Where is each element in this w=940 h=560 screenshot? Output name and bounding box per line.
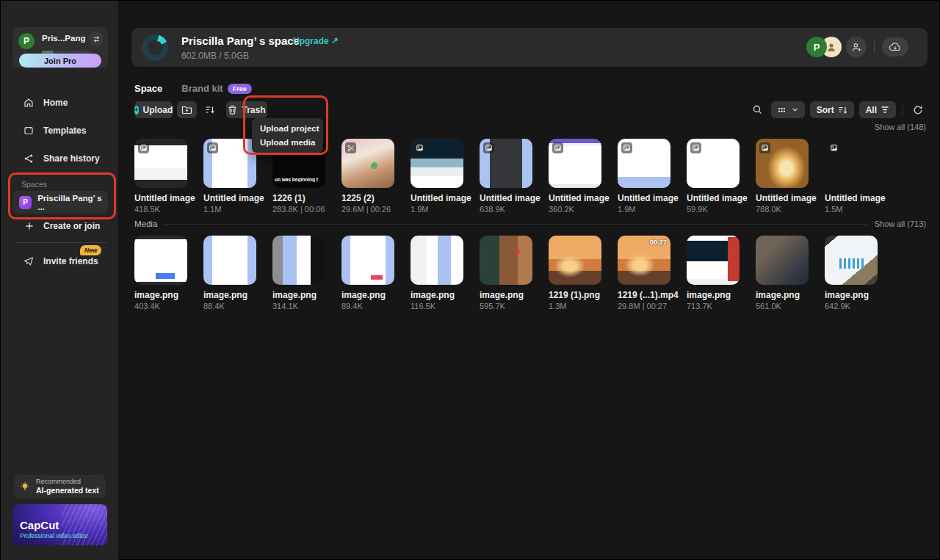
media-name: Untitled image <box>618 193 670 203</box>
media-item[interactable]: image.png 89.4K <box>341 236 394 310</box>
media-thumbnail[interactable] <box>825 236 878 285</box>
media-thumbnail[interactable] <box>549 139 601 188</box>
media-thumbnail[interactable] <box>480 236 532 285</box>
sidebar-item-home[interactable]: Home <box>1 92 119 113</box>
filter-icon <box>881 106 889 114</box>
media-thumbnail[interactable] <box>687 236 740 285</box>
media-item[interactable]: Untitled image 788.0K <box>756 139 809 214</box>
media-item[interactable]: image.png 642.9K <box>825 236 878 310</box>
menu-item-upload-project[interactable]: Upload project <box>252 121 323 135</box>
capcut-banner[interactable]: CapCut Professional video editor <box>12 504 107 545</box>
trash-button[interactable]: Trash <box>226 101 267 118</box>
search-icon[interactable] <box>749 101 766 118</box>
sort-button[interactable]: Sort <box>810 101 854 118</box>
media-item[interactable]: image.png 561.0K <box>756 236 809 310</box>
tab-brand-kit[interactable]: Brand kit Free <box>181 83 251 94</box>
avatar: P <box>18 33 35 49</box>
media-item[interactable]: Untitled image 1.9M <box>618 139 670 214</box>
sidebar-item-space-priscilla[interactable]: P Priscilla Pang’ s ... <box>12 191 108 214</box>
media-item[interactable]: 00:27 1219 (...1).mp4 29.8M | 00:27 <box>618 236 670 310</box>
media-thumbnail[interactable] <box>618 139 670 188</box>
media-size: 29.6M | 00:26 <box>341 205 394 214</box>
menu-item-upload-media[interactable]: Upload media <box>252 135 323 149</box>
media-item[interactable]: Untitled image 59.9K <box>687 139 740 214</box>
sidebar-item-create-or-join[interactable]: Create or join <box>1 216 119 236</box>
join-pro-button[interactable]: Join Pro <box>19 54 101 68</box>
sidebar-item-templates[interactable]: Templates <box>1 120 119 141</box>
media-size: 561.0K <box>756 302 809 310</box>
media-name: image.png <box>480 290 532 300</box>
cloud-sync-icon[interactable] <box>882 37 908 57</box>
media-size: 403.4K <box>134 302 187 310</box>
media-thumbnail[interactable] <box>134 236 187 285</box>
media-item[interactable]: Untitled image 1.9M <box>411 139 463 214</box>
media-section-header: Media Show all (713) <box>134 219 926 228</box>
thumbnail-caption: un was beginning t <box>275 177 323 182</box>
add-member-icon[interactable] <box>846 37 867 57</box>
media-item[interactable]: Untitled image 638.9K <box>480 139 532 214</box>
capcut-window: CapCut P Pris...Pang <box>0 0 940 560</box>
media-thumbnail[interactable] <box>756 236 809 285</box>
sidebar-item-share-history[interactable]: Share history <box>1 148 119 169</box>
profile-name: Pris...Pang <box>42 34 85 43</box>
media-size: 116.5K <box>411 302 463 310</box>
free-badge: Free <box>228 84 252 94</box>
member-avatar[interactable]: P <box>806 37 827 57</box>
media-thumbnail[interactable] <box>687 139 740 188</box>
storage-usage-text: 602.0MB / 5.0GB <box>181 51 249 61</box>
media-name: Untitled image <box>549 193 601 203</box>
upload-button[interactable]: + Upload <box>134 101 173 118</box>
media-item[interactable]: image.png 314.1K <box>272 236 325 310</box>
media-size: 1.3M <box>549 302 601 310</box>
media-item[interactable]: image.png 713.7K <box>687 236 740 310</box>
media-thumbnail[interactable] <box>756 139 809 188</box>
upgrade-link[interactable]: Upgrade ↗ <box>293 36 339 46</box>
media-item[interactable]: Untitled image 1.1M <box>203 139 256 214</box>
media-thumbnail[interactable] <box>134 139 187 188</box>
sidebar-item-invite-friends[interactable]: Invite friends <box>1 251 119 272</box>
media-size: 29.8M | 00:27 <box>618 302 670 310</box>
show-all-link[interactable]: Show all (148) <box>875 123 926 131</box>
media-thumbnail[interactable] <box>480 139 532 188</box>
tab-space[interactable]: Space <box>134 83 162 94</box>
filter-button[interactable]: All <box>859 101 896 118</box>
show-all-link[interactable]: Show all (713) <box>875 219 926 228</box>
space-avatar: P <box>19 196 32 209</box>
media-thumbnail[interactable] <box>825 139 878 188</box>
media-thumbnail[interactable] <box>341 236 394 285</box>
media-thumbnail[interactable] <box>411 236 463 285</box>
media-thumbnail[interactable] <box>411 139 463 188</box>
media-thumbnail[interactable] <box>272 236 325 285</box>
view-mode-dropdown[interactable] <box>771 101 805 118</box>
media-item[interactable]: image.png 403.4K <box>134 236 187 310</box>
move-to-folder-icon[interactable] <box>177 101 197 118</box>
media-name: 1219 (1).png <box>549 290 601 300</box>
switch-account-icon[interactable] <box>89 32 104 46</box>
media-size: 360.2K <box>549 205 601 214</box>
media-item[interactable]: Untitled image 360.2K <box>549 139 601 214</box>
media-item[interactable]: image.png 88.4K <box>203 236 256 310</box>
refresh-icon[interactable] <box>910 101 926 118</box>
media-item[interactable]: Untitled image 1.5M <box>825 139 878 214</box>
media-name: 1225 (2) <box>341 193 394 203</box>
main-content: Priscilla Pang’ s space Upgrade ↗ 602.0M… <box>120 1 939 559</box>
media-section-label: Media <box>134 219 157 228</box>
media-name: Untitled image <box>825 193 878 203</box>
storage-donut-icon <box>142 34 168 61</box>
media-thumbnail[interactable]: 00:27 <box>618 236 670 285</box>
recommended-card[interactable]: Recommended AI-generated text <box>14 475 106 498</box>
media-item[interactable]: image.png 595.7K <box>480 236 532 310</box>
media-name: image.png <box>687 290 740 300</box>
upload-label: Upload <box>143 105 173 115</box>
media-name: image.png <box>272 290 325 300</box>
media-thumbnail[interactable] <box>549 236 601 285</box>
media-thumbnail[interactable] <box>203 236 256 285</box>
media-thumbnail[interactable] <box>203 139 256 188</box>
media-item[interactable]: 1219 (1).png 1.3M <box>549 236 601 310</box>
media-size: 1.5M <box>825 205 878 214</box>
media-thumbnail[interactable] <box>341 139 394 188</box>
media-item[interactable]: image.png 116.5K <box>411 236 463 310</box>
media-item[interactable]: 1225 (2) 29.6M | 00:26 <box>341 139 394 214</box>
media-item[interactable]: Untitled image 418.5K <box>134 139 187 214</box>
sort-order-icon[interactable] <box>200 101 220 118</box>
